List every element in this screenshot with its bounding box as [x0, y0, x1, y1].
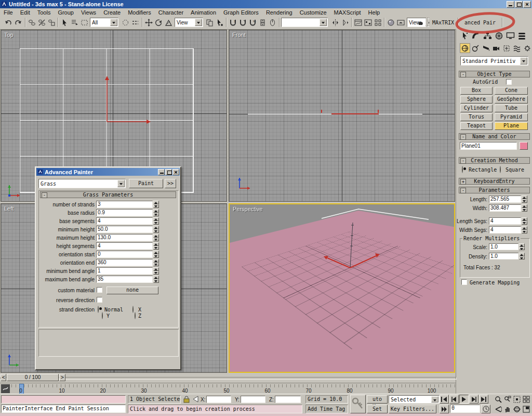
param-field[interactable]: 1 — [96, 267, 153, 275]
select-by-name-icon[interactable] — [70, 17, 79, 28]
expand-button[interactable]: >> — [165, 179, 176, 188]
tab-modify-icon[interactable] — [471, 31, 481, 41]
viewport-label[interactable]: Top — [4, 32, 14, 38]
arc-rotate-icon[interactable] — [512, 405, 522, 413]
viewport-label[interactable]: Front — [232, 32, 246, 38]
select-and-rotate-icon[interactable] — [154, 17, 164, 28]
zoom-extents-all-icon[interactable] — [522, 395, 531, 404]
selection-region-icon[interactable] — [79, 17, 89, 28]
keyboard-override-icon[interactable] — [268, 17, 277, 28]
density-spinner[interactable] — [519, 253, 525, 259]
category-lights-icon[interactable] — [481, 43, 491, 53]
time-configuration-icon[interactable] — [481, 405, 490, 413]
restore-icon[interactable] — [515, 1, 523, 8]
select-and-move-icon[interactable] — [144, 17, 154, 28]
object-button-cylinder[interactable]: Cylinder — [460, 105, 493, 112]
param-spinner[interactable] — [153, 217, 159, 225]
menu-help[interactable]: Help — [365, 9, 384, 16]
custom-material-checkbox[interactable] — [97, 287, 102, 293]
menu-animation[interactable]: Animation — [187, 9, 220, 16]
time-slider-next-button[interactable]: > — [59, 374, 65, 381]
param-field[interactable]: 130.0 — [96, 234, 153, 241]
previous-frame-icon[interactable] — [449, 395, 459, 404]
param-field[interactable]: 4 — [96, 242, 153, 250]
set-keys-button[interactable] — [350, 395, 366, 413]
param-spinner[interactable] — [153, 251, 159, 258]
primitive-category-dropdown[interactable]: Standard Primitiv — [460, 56, 528, 66]
select-object-icon[interactable] — [60, 17, 70, 28]
menu-create[interactable]: Create — [100, 9, 124, 16]
move-gizmo[interactable] — [331, 113, 379, 114]
go-to-start-icon[interactable] — [440, 395, 449, 404]
undo-icon[interactable] — [3, 17, 13, 28]
category-helpers-icon[interactable] — [501, 43, 512, 53]
macro-recorder-field[interactable] — [1, 395, 126, 404]
menu-graph-editors[interactable]: Graph Editors — [220, 9, 262, 16]
curve-editor-icon[interactable] — [353, 17, 363, 28]
none-material-button[interactable]: none — [107, 287, 158, 294]
set-key-button[interactable]: Set Key — [367, 405, 388, 413]
chevron-down-icon[interactable] — [195, 19, 202, 26]
tab-motion-icon[interactable] — [494, 31, 504, 41]
window-toggle-icon[interactable] — [130, 17, 140, 28]
object-button-cone[interactable]: Cone — [495, 87, 528, 95]
spinner-snap-icon[interactable] — [258, 17, 268, 28]
x-coordinate-field[interactable] — [206, 396, 231, 403]
crossing-toggle-icon[interactable] — [121, 17, 130, 28]
percent-snap-icon[interactable]: % — [248, 17, 258, 28]
mirror-icon[interactable] — [330, 17, 340, 28]
viewport-perspective[interactable]: Perspective — [229, 203, 455, 373]
object-button-pyramid[interactable]: Pyramid — [495, 113, 528, 121]
creation-rectangle-radio[interactable] — [462, 166, 463, 173]
param-spinner[interactable] — [153, 201, 159, 208]
param-spinner[interactable] — [153, 234, 159, 241]
object-name-field[interactable]: Plane01 — [460, 142, 517, 150]
viewport-label[interactable]: Left — [4, 205, 14, 212]
length-spinner[interactable] — [522, 196, 527, 203]
param-spinner[interactable] — [153, 276, 159, 283]
param-field[interactable]: 3 — [96, 201, 153, 208]
rollout-creation-method[interactable]: Creation Method — [459, 157, 530, 164]
snap-3d-icon[interactable]: 3 — [228, 17, 238, 28]
align-icon[interactable] — [340, 17, 350, 28]
time-slider-prev-button[interactable]: < — [1, 374, 6, 381]
quick-render-icon[interactable] — [416, 17, 425, 28]
chevron-down-icon[interactable] — [520, 57, 527, 64]
menu-views[interactable]: Views — [77, 9, 100, 16]
chevron-down-icon[interactable] — [431, 396, 438, 402]
autogrid-checkbox[interactable] — [506, 79, 512, 85]
next-frame-icon[interactable] — [469, 395, 478, 404]
object-button-sphere[interactable]: Sphere — [460, 96, 493, 103]
menu-group[interactable]: Group — [54, 9, 77, 16]
maxtrix-button[interactable]: MAxTRIX — [429, 17, 457, 28]
direction-x-radio[interactable] — [132, 306, 134, 313]
density-field[interactable]: 1.0 — [489, 253, 518, 259]
track-bar[interactable]: 0 10 20 30 40 50 60 70 80 90 100 — [0, 383, 456, 394]
object-button-teapot[interactable]: Teapot — [460, 122, 493, 130]
pan-hand-icon[interactable] — [503, 405, 512, 413]
scale-field[interactable]: 1.0 — [489, 243, 518, 250]
schematic-view-icon[interactable] — [363, 17, 373, 28]
chevron-down-icon[interactable] — [110, 19, 117, 26]
scale-spinner[interactable] — [519, 243, 525, 250]
menu-rendering[interactable]: Rendering — [262, 9, 296, 16]
angle-snap-icon[interactable] — [238, 17, 248, 28]
category-systems-icon[interactable] — [522, 43, 532, 53]
zoom-extents-icon[interactable] — [512, 395, 522, 404]
zoom-icon[interactable] — [494, 395, 503, 404]
param-spinner[interactable] — [153, 226, 159, 233]
z-coordinate-field[interactable] — [275, 396, 301, 403]
menu-character[interactable]: Character — [155, 9, 187, 16]
tab-create-icon[interactable] — [459, 31, 470, 41]
tab-utilities-icon[interactable] — [516, 31, 527, 41]
current-frame-field[interactable]: 0 — [450, 405, 480, 413]
width-field[interactable]: 308.487 — [489, 204, 521, 212]
menu-edit[interactable]: Edit — [17, 9, 34, 16]
close-icon[interactable] — [523, 1, 531, 8]
object-button-plane[interactable]: Plane — [495, 122, 528, 130]
width-spinner[interactable] — [522, 204, 527, 212]
selection-lock-icon[interactable] — [183, 395, 190, 404]
minimize-icon[interactable] — [507, 1, 514, 8]
generate-mapping-checkbox[interactable] — [461, 279, 467, 285]
param-spinner[interactable] — [153, 242, 159, 250]
